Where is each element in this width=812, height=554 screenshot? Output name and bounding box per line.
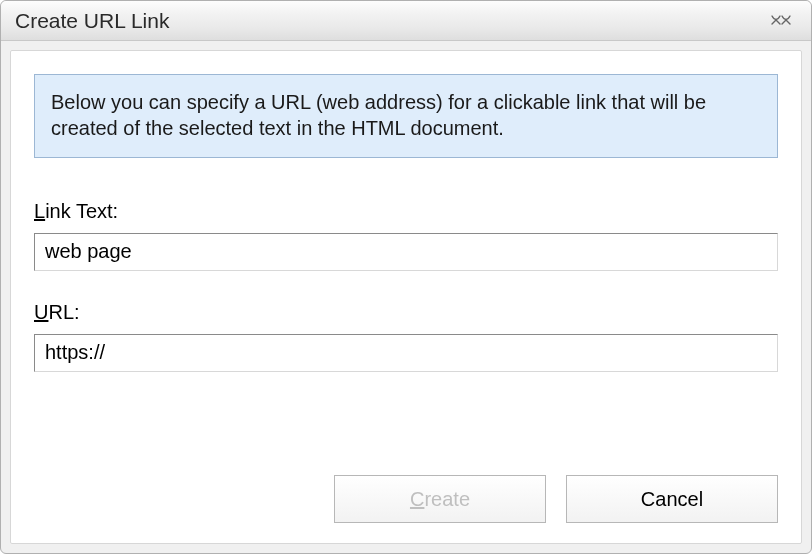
- dialog-window: Create URL Link Below you can specify a …: [0, 0, 812, 554]
- titlebar[interactable]: Create URL Link: [1, 1, 811, 41]
- link-text-group: Link Text:: [34, 200, 778, 271]
- close-icon[interactable]: [765, 11, 797, 29]
- url-input[interactable]: [34, 334, 778, 372]
- url-label: URL:: [34, 301, 778, 324]
- create-button[interactable]: Create: [334, 475, 546, 523]
- window-title: Create URL Link: [15, 9, 169, 33]
- link-text-label: Link Text:: [34, 200, 778, 223]
- url-group: URL:: [34, 301, 778, 372]
- info-panel: Below you can specify a URL (web address…: [34, 74, 778, 158]
- info-text: Below you can specify a URL (web address…: [51, 91, 706, 139]
- dialog-body: Below you can specify a URL (web address…: [10, 50, 802, 544]
- button-row: Create Cancel: [334, 475, 778, 523]
- link-text-input[interactable]: [34, 233, 778, 271]
- cancel-button[interactable]: Cancel: [566, 475, 778, 523]
